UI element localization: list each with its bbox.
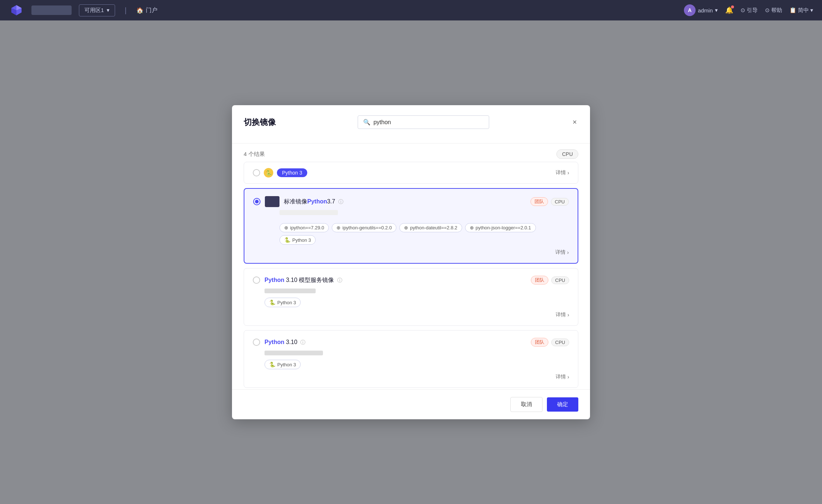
chevron-right-icon: ›	[567, 312, 569, 318]
help-label: 帮助	[771, 7, 782, 14]
package-icon: ⊕	[284, 225, 288, 230]
python-logo-icon: 🐍	[284, 237, 290, 243]
team-badge-2: 团队	[531, 276, 548, 285]
image-name-3: Python 3.10 ⓘ	[265, 339, 305, 346]
nav-home-link[interactable]: 🏠 门户	[136, 7, 157, 14]
search-icon: 🔍	[363, 119, 370, 126]
card2-header: Python 3.10 模型服务镜像 ⓘ 团队 CPU	[253, 276, 569, 285]
nav-language-selector[interactable]: 📋 简中 ▾	[789, 7, 813, 14]
card3-badges: 团队 CPU	[531, 338, 569, 347]
nav-bell-button[interactable]: 🔔	[725, 6, 733, 14]
python-tag-1: 🐍 Python 3	[279, 235, 316, 245]
partial-image-card[interactable]: 🐍 Python 3 详情 ›	[244, 162, 578, 184]
lang-icon: 📋	[789, 7, 796, 14]
modal-overlay: 切换镜像 🔍 × 4 个结果 CPU	[0, 20, 822, 504]
nav-logo	[9, 3, 24, 18]
notification-dot	[731, 5, 734, 8]
pkg-tag-2: ⊕ ipython-genutils==0.2.0	[332, 223, 396, 232]
chevron-down-icon: ▾	[810, 7, 813, 14]
cpu-filter-badge[interactable]: CPU	[556, 149, 578, 159]
image-tags-3: 🐍 Python 3	[265, 360, 569, 369]
image-card-2[interactable]: Python 3.10 模型服务镜像 ⓘ 团队 CPU	[244, 268, 578, 326]
region-selector[interactable]: 可用区1 ▾	[79, 4, 115, 16]
guide-icon: ⊙	[741, 7, 745, 14]
nav-guide-link[interactable]: ⊙ 引导	[741, 7, 758, 14]
cpu-badge-2: CPU	[551, 276, 569, 284]
image-name-2: Python 3.10 模型服务镜像 ⓘ	[265, 276, 342, 284]
info-icon-1: ⓘ	[338, 199, 343, 205]
card3-footer: 详情 ›	[253, 374, 569, 380]
help-icon: ⊙	[765, 7, 770, 14]
switch-image-modal: 切换镜像 🔍 × 4 个结果 CPU	[232, 105, 590, 419]
partial-image-name: Python 3	[277, 168, 307, 177]
cpu-badge-3: CPU	[551, 339, 569, 346]
python-logo-icon: 🐍	[269, 362, 275, 367]
package-icon: ⊕	[404, 225, 408, 230]
image-sub-2	[265, 289, 316, 293]
card2-badges: 团队 CPU	[531, 276, 569, 285]
image-card-1[interactable]: 标准镜像Python3.7 ⓘ 团队 CPU ⊕	[244, 188, 578, 264]
card2-footer: 详情 ›	[253, 312, 569, 318]
partial-detail-link[interactable]: 详情 ›	[556, 169, 569, 176]
modal-footer: 取消 确定	[232, 389, 590, 419]
image-sub-1	[279, 210, 338, 215]
radio-button-3[interactable]	[253, 339, 260, 346]
nav-right-section: A admin ▾ 🔔 ⊙ 引导 ⊙ 帮助 📋 简中 ▾	[684, 4, 813, 16]
package-icon: ⊕	[336, 225, 340, 230]
modal-title: 切换镜像	[244, 117, 276, 128]
image-sub-3	[265, 351, 323, 355]
python-icon: 🐍	[264, 168, 273, 177]
page-background: 切换镜像 🔍 × 4 个结果 CPU	[0, 20, 822, 504]
results-header: 4 个结果 CPU	[232, 144, 590, 162]
guide-label: 引导	[747, 7, 758, 14]
modal-body: 🐍 Python 3 详情 ›	[232, 162, 590, 389]
nav-help-link[interactable]: ⊙ 帮助	[765, 7, 782, 14]
modal-close-button[interactable]: ×	[571, 117, 578, 128]
search-input[interactable]	[373, 119, 484, 126]
avatar: A	[684, 4, 696, 16]
card1-badges: 团队 CPU	[530, 197, 569, 206]
detail-link-3[interactable]: 详情 ›	[556, 374, 569, 380]
info-icon-3: ⓘ	[300, 339, 305, 345]
image-name-1: 标准镜像Python3.7 ⓘ	[284, 198, 343, 206]
chevron-right-icon: ›	[567, 374, 569, 380]
home-icon: 🏠	[136, 7, 144, 14]
radio-button[interactable]	[253, 169, 260, 176]
chevron-down-icon: ▾	[107, 7, 110, 14]
modal-header: 切换镜像 🔍 ×	[232, 105, 590, 129]
detail-link-2[interactable]: 详情 ›	[556, 312, 569, 318]
confirm-button[interactable]: 确定	[547, 397, 578, 412]
chevron-right-icon: ›	[567, 249, 569, 255]
card3-left: Python 3.10 ⓘ	[253, 339, 305, 346]
detail-link-1[interactable]: 详情 ›	[555, 249, 569, 256]
card2-left: Python 3.10 模型服务镜像 ⓘ	[253, 276, 342, 284]
pkg-tag-3: ⊕ python-dateutil==2.8.2	[399, 223, 462, 232]
info-icon-2: ⓘ	[337, 277, 342, 283]
chevron-right-icon: ›	[567, 170, 569, 176]
image-tags-2: 🐍 Python 3	[265, 298, 569, 307]
lang-label: 简中	[798, 7, 809, 14]
card1-left: 标准镜像Python3.7 ⓘ	[253, 196, 343, 207]
detail-label: 详情	[556, 312, 566, 318]
python-tag-3: 🐍 Python 3	[265, 360, 301, 369]
radio-button-2[interactable]	[253, 276, 260, 284]
cancel-button[interactable]: 取消	[510, 397, 543, 412]
image-thumbnail-1	[265, 196, 279, 207]
image-tags-1: ⊕ ipython==7.29.0 ⊕ ipython-genutils==0.…	[279, 223, 569, 245]
chevron-down-icon: ▾	[715, 7, 718, 14]
nav-app-name	[31, 5, 72, 15]
python-tag-2: 🐍 Python 3	[265, 298, 301, 307]
package-icon: ⊕	[470, 225, 474, 230]
nav-home-label: 门户	[146, 7, 157, 14]
region-label: 可用区1	[84, 7, 104, 14]
results-count: 4 个结果	[244, 151, 265, 158]
modal-tabs	[232, 135, 590, 144]
nav-user-menu[interactable]: A admin ▾	[684, 4, 718, 16]
radio-button-1[interactable]	[253, 198, 260, 205]
detail-label: 详情	[556, 169, 566, 176]
topnav: 可用区1 ▾ | 🏠 门户 A admin ▾ 🔔 ⊙ 引导 ⊙ 帮助 📋 简中…	[0, 0, 822, 20]
image-card-3[interactable]: Python 3.10 ⓘ 团队 CPU	[244, 330, 578, 388]
nav-divider: |	[125, 6, 126, 15]
team-badge-3: 团队	[531, 338, 548, 347]
cpu-badge-1: CPU	[551, 198, 569, 206]
